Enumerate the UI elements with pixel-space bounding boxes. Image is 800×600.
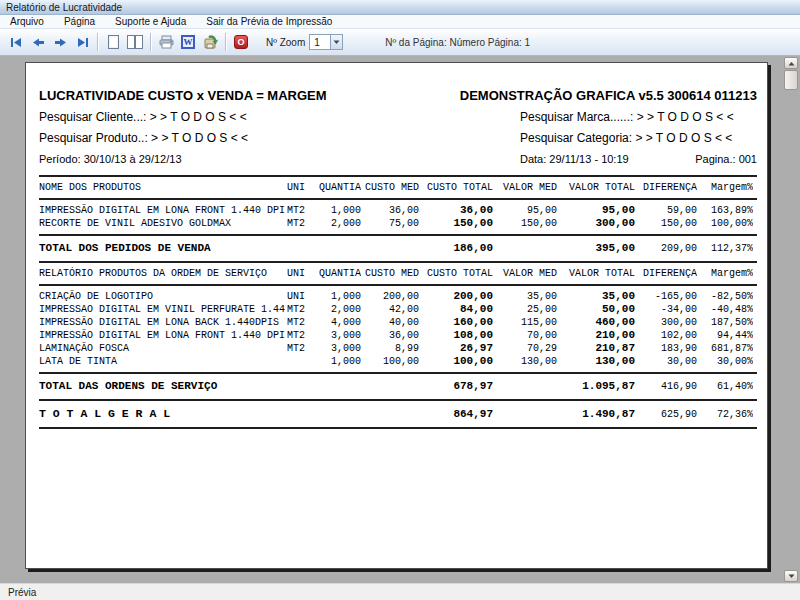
table-cell: 416,90 [635,380,697,393]
table-cell: 30,00 [635,355,697,368]
table-cell: 112,37% [697,242,753,255]
table-cell: 150,00 [493,217,557,230]
next-page-button[interactable] [50,32,70,52]
close-preview-button[interactable]: O [231,32,251,52]
table-cell: VALOR TOTAL [557,181,635,194]
table-header-row: NOME DOS PRODUTOSUNIQUANTIACUSTO MEDCUST… [39,181,757,194]
table-cell: 183,90 [635,342,697,355]
app-window: Relatório de Lucratividade Arquivo Págin… [0,0,800,600]
table-cell: RELATÓRIO PRODUTOS DA ORDEM DE SERVIÇO [39,267,287,280]
toolbar-separator [225,33,226,51]
table-cell: 72,36% [697,408,753,421]
table-cell: 108,00 [419,329,493,342]
table-cell: 59,00 [635,204,697,217]
table-cell: 115,00 [493,316,557,329]
table-cell: VALOR MED [493,267,557,280]
report-table: NOME DOS PRODUTOSUNIQUANTIACUSTO MEDCUST… [39,175,757,429]
table-cell: -82,50% [697,290,753,303]
table-cell: 100,00 [419,355,493,368]
table-cell: 300,00 [557,217,635,230]
table-row: CRIAÇÃO DE LOGOTIPOUNI1,000200,00200,003… [39,290,757,303]
menu-bar: Arquivo Página Suporte e Ajuda Sair da P… [0,15,800,29]
table-cell: 200,00 [361,290,419,303]
table-divider [39,198,757,200]
toolbar-separator [150,33,151,51]
table-cell: 210,87 [557,342,635,355]
table-cell: 681,87% [697,342,753,355]
table-cell: Margem% [697,267,753,280]
preview-area: LUCRATIVIDADE CUSTO x VENDA = MARGEM DEM… [0,56,800,583]
table-cell: MT2 [287,316,315,329]
table-cell: 300,00 [635,316,697,329]
table-cell: UNI [287,290,315,303]
status-text: Prévia [8,587,36,598]
table-cell: LATA DE TINTA [39,355,287,368]
table-cell: 50,00 [557,303,635,316]
scroll-up-button[interactable] [784,57,798,69]
first-page-icon [10,37,23,48]
chevron-down-icon [333,40,340,45]
table-cell: 95,00 [557,204,635,217]
table-cell: VALOR MED [493,181,557,194]
table-cell: IMPRESSÃO DIGITAL EM LONA BACK 1.440DPIS [39,316,287,329]
zoom-dropdown-button[interactable] [330,35,342,49]
pagina-text: Pagina.: 001 [695,153,757,165]
table-divider [39,261,757,263]
data-text: Data: 29/11/13 - 10:19 [520,153,629,165]
table-cell: 40,00 [361,316,419,329]
table-cell: 35,00 [557,290,635,303]
table-cell: 150,00 [419,217,493,230]
word-export-button[interactable]: W [178,32,198,52]
last-page-button[interactable] [72,32,92,52]
print-button[interactable] [156,32,176,52]
table-cell: 210,00 [557,329,635,342]
table-cell: UNI [287,181,315,194]
toolbar: W O Nº Zoom 1 Nº da Página: Número Págin… [0,29,800,56]
previous-page-icon [32,37,45,48]
menu-item-suporte[interactable]: Suporte e Ajuda [105,16,196,27]
table-cell: CUSTO MED [361,181,419,194]
filter-categoria: Pesquisar Categoria: > > T O D O S < < [520,131,757,145]
table-row: LATA DE TINTA1,000100,00100,00130,00130,… [39,355,757,368]
menu-item-pagina[interactable]: Página [54,16,105,27]
table-cell: 2,000 [315,217,361,230]
table-cell: NOME DOS PRODUTOS [39,181,287,194]
zoom-select[interactable]: 1 [309,34,343,50]
grand-total-row: T O T A L G E R A L864,971.490,87625,907… [39,405,757,423]
menu-item-sair-previa[interactable]: Sair da Prévia de Impressão [196,16,342,27]
two-page-view-button[interactable] [125,32,145,52]
vertical-scrollbar[interactable] [783,56,799,583]
page-info: Nº da Página: Número Página: 1 [385,37,530,48]
table-cell: 395,00 [557,242,635,255]
filter-row-1: Pesquisar Cliente...: > > T O D O S < < … [39,110,757,124]
next-page-icon [54,37,67,48]
table-cell: 200,00 [419,290,493,303]
scroll-down-button[interactable] [784,570,798,582]
table-cell: 1,000 [315,290,361,303]
window-titlebar[interactable]: Relatório de Lucratividade [0,0,800,15]
report-page: LUCRATIVIDADE CUSTO x VENDA = MARGEM DEM… [25,62,768,569]
printer-icon [159,35,174,49]
scrollbar-thumb[interactable] [784,70,798,90]
window-title: Relatório de Lucratividade [6,2,122,13]
single-page-view-button[interactable] [103,32,123,52]
table-cell: RECORTE DE VINIL ADESIVO GOLDMAX [39,217,287,230]
zoom-value: 1 [310,37,330,48]
filter-produto: Pesquisar Produto..: > > T O D O S < < [39,131,520,145]
first-page-button[interactable] [6,32,26,52]
menu-item-arquivo[interactable]: Arquivo [0,16,54,27]
table-cell: 130,00 [493,355,557,368]
table-divider [39,399,757,401]
table-cell: CRIAÇÃO DE LOGOTIPO [39,290,287,303]
table-cell: DIFERENÇA [635,181,697,194]
table-cell: 1,000 [315,204,361,217]
table-cell: 61,40% [697,380,753,393]
export-save-button[interactable] [200,32,220,52]
table-row: LAMINAÇÃO FOSCAMT23,0008,9926,9770,29210… [39,342,757,355]
meta-row: Período: 30/10/13 à 29/12/13 Data: 29/11… [39,153,757,165]
table-cell: 3,000 [315,329,361,342]
table-cell: 25,00 [493,303,557,316]
previous-page-button[interactable] [28,32,48,52]
table-cell: 150,00 [635,217,697,230]
single-page-icon [108,35,119,49]
